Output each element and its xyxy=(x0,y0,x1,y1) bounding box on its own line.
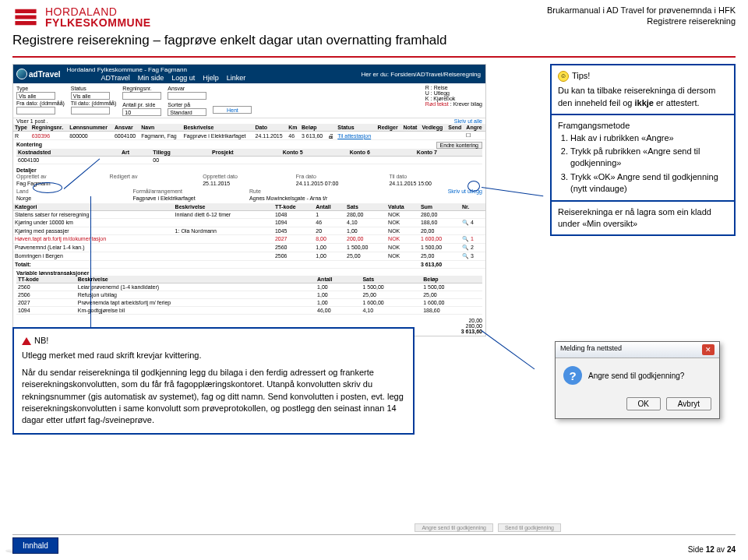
smile-icon: ☺ xyxy=(558,71,569,82)
app-logo: adTravel xyxy=(16,69,61,79)
sorter-select[interactable]: Standard xyxy=(168,108,206,116)
table-row: R630396800000 6004100Fagmann, FagFagprøv… xyxy=(13,132,485,140)
nb-box: NB! Utlegg merket med raud skrift krevja… xyxy=(12,327,415,435)
kontering-title: Kontering xyxy=(16,142,42,149)
kategori-table: KategoriBeskrivelseTT-kodeAntallSatsValu… xyxy=(13,203,485,269)
angre-checkbox[interactable]: ☐ xyxy=(464,132,485,140)
callout-line-2 xyxy=(482,187,543,196)
hfk-logo-icon xyxy=(12,6,39,28)
regnr-label: Regningsnr. xyxy=(122,85,161,92)
viser-label: Viser 1 post . xyxy=(16,118,48,124)
nb-title: NB! xyxy=(34,335,48,347)
antall-label: Antall pr. side xyxy=(122,101,161,108)
question-icon: ? xyxy=(563,366,582,385)
manual-line1: Brukarmanual i AD Travel for prøvenemnda… xyxy=(547,5,736,16)
fra-label: Fra dato: (ddmmåå) xyxy=(16,100,65,107)
nav-hjelp[interactable]: Hjelp xyxy=(203,74,219,82)
tips-box: ☺Tips! Du kan ta tilbake reiserekninga d… xyxy=(550,64,736,236)
til-label: Til dato: (ddmmåå) xyxy=(71,100,116,107)
page-number: Side 12 av 24 xyxy=(688,545,736,554)
tips-step-3: Trykk «OK» Angre send til godkjenning (n… xyxy=(570,171,728,195)
til-input[interactable] xyxy=(71,107,110,114)
nb-para: Når du sendar reiserekninga til godkjenn… xyxy=(22,367,405,427)
logo-text: HORDALAND FYLKESKOMMUNE xyxy=(45,6,151,28)
send-godkjenning-button[interactable]: Send til godkjenning xyxy=(498,523,561,532)
page-footer: Innhald Side 12 av 24 xyxy=(12,537,736,554)
footer-app-buttons: Angre send til godkjenning Send til godk… xyxy=(415,523,561,532)
manual-title: Brukarmanual i AD Travel for prøvenemnda… xyxy=(547,5,736,27)
nav-loggut[interactable]: Logg ut xyxy=(171,74,195,82)
kontering-block: Kontering Endre kontering KostnadstedArt… xyxy=(13,140,485,166)
ansv-input[interactable] xyxy=(168,92,206,100)
variable-title: Variable lønnstransaksjoner xyxy=(16,270,89,276)
app-logo-text: adTravel xyxy=(29,70,61,79)
confirm-dialog: Melding fra nettsted ✕ ? Angre send til … xyxy=(555,341,720,419)
type-select[interactable]: Vis alle xyxy=(16,92,55,100)
adtravel-icon xyxy=(16,69,27,79)
cancel-button[interactable]: Avbryt xyxy=(666,397,711,410)
app-header: adTravel Hordaland Fylkeskommune - Fag F… xyxy=(13,65,485,83)
nb-line1: Utlegg merket med raud skrift krevjar kv… xyxy=(22,350,405,361)
nav-linker[interactable]: Linker xyxy=(227,74,246,82)
page-title: Registrere reiserekning – fagprøve enkel… xyxy=(12,33,736,48)
callout-line-3 xyxy=(482,330,535,369)
manual-line2: Registrere reiserekning xyxy=(547,16,736,26)
callout-circle-angre xyxy=(468,181,480,192)
tips-title: Tips! xyxy=(572,70,590,82)
callout-circle-regnr xyxy=(33,182,62,193)
nav-minside[interactable]: Min side xyxy=(138,74,164,82)
dialog-title: Melding fra nettsted xyxy=(560,344,622,355)
variable-block: Variable lønnstransaksjoner TT-kodeBeskr… xyxy=(13,269,485,316)
table-header-row: TypeRegningsnr.Lønnsnummer AnsvarNavnBes… xyxy=(13,124,485,132)
logo-line2: FYLKESKOMMUNE xyxy=(45,17,151,28)
tips-result: Reiserekninga er nå lagra som ein kladd … xyxy=(558,206,728,231)
app-org: Hordaland Fylkeskommune - Fag Fagmann xyxy=(67,66,246,73)
type-label: Type xyxy=(16,85,65,92)
close-icon[interactable]: ✕ xyxy=(702,344,714,355)
detaljer-title: Detaljer xyxy=(16,167,37,173)
tips-method: Framgangsmetode xyxy=(558,120,728,132)
legend: R : Reise U : Utlegg K : Kjørebok Rød te… xyxy=(425,85,482,116)
sorter-label: Sorter på xyxy=(168,101,206,108)
footer-separator xyxy=(12,534,736,535)
app-nav: ADTravel Min side Logg ut Hjelp Linker xyxy=(101,74,246,82)
status-link[interactable]: Til attestasjon xyxy=(336,132,376,140)
print-icon[interactable]: 🖨 xyxy=(326,132,336,140)
page-header: HORDALAND FYLKESKOMMUNE Brukarmanual i A… xyxy=(0,0,748,51)
tips-step-1: Hak av i rubrikken «Angre» xyxy=(570,132,728,144)
ansv-label: Ansvar xyxy=(168,85,206,92)
regnr-input[interactable] xyxy=(122,92,161,100)
warning-icon xyxy=(22,337,31,345)
innhald-button[interactable]: Innhald xyxy=(12,537,58,554)
endre-kontering-button[interactable]: Endre kontering xyxy=(436,142,482,149)
skriv-ut-alle-link[interactable]: Skriv ut alle xyxy=(454,118,482,124)
dialog-message: Angre send til godkjenning? xyxy=(588,372,684,380)
app-screenshot: adTravel Hordaland Fylkeskommune - Fag F… xyxy=(12,64,486,336)
antall-input[interactable]: 10 xyxy=(122,108,161,116)
hent-button[interactable]: Hent xyxy=(213,106,252,114)
nav-adtravel[interactable]: ADTravel xyxy=(101,74,130,82)
main-table: TypeRegningsnr.Lønnsnummer AnsvarNavnBes… xyxy=(13,124,485,140)
status-label: Status xyxy=(71,85,116,92)
tips-step-2: Trykk på rubrikken «Angre send til godkj… xyxy=(570,146,728,170)
fra-input[interactable] xyxy=(16,107,55,114)
status-select[interactable]: Vis alle xyxy=(71,92,110,100)
angre-send-button[interactable]: Angre send til godkjenning xyxy=(415,523,493,532)
ok-button[interactable]: OK xyxy=(626,397,661,410)
breadcrumb: Her er du: Forsiden/ADTravel/Reiseregnin… xyxy=(361,71,481,78)
filter-row: Type Vis alle Fra dato: (ddmmåå) Status … xyxy=(13,83,485,118)
